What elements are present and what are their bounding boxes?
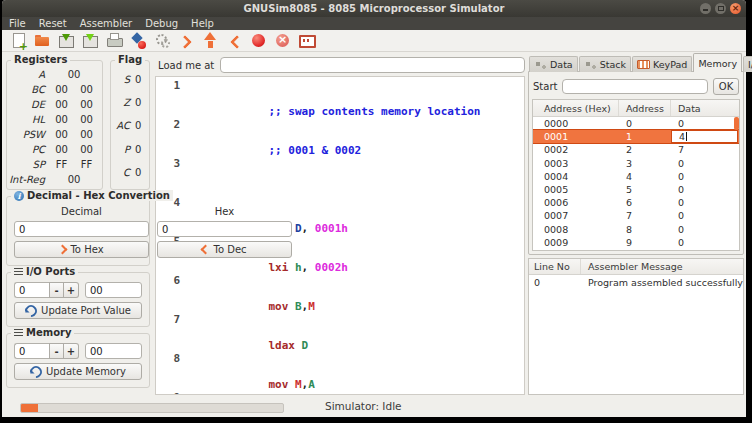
memory-table-row[interactable]: 0009 9 0 <box>533 236 739 249</box>
start-input[interactable] <box>562 79 708 94</box>
memory-cell-hex[interactable]: 0007 <box>533 210 619 221</box>
memory-cell-data[interactable]: 0 <box>671 118 739 129</box>
memory-cell-data[interactable]: 7 <box>671 144 739 155</box>
register-value-high[interactable]: 00 <box>55 99 68 110</box>
menu-reset[interactable]: Reset <box>39 18 67 29</box>
update-port-value-button[interactable]: Update Port Value <box>14 302 142 319</box>
column-header-message[interactable]: Assembler Message <box>581 261 743 272</box>
memory-cell-address[interactable]: 4 <box>619 171 671 182</box>
memory-cell-hex[interactable]: 0000 <box>533 118 619 129</box>
memory-cell-data[interactable]: 0 <box>671 171 739 182</box>
port-value-input[interactable] <box>85 282 142 298</box>
memory-increment-button[interactable]: + <box>64 343 79 359</box>
register-value-high[interactable]: 00 <box>55 144 68 155</box>
new-file-icon[interactable] <box>10 32 28 50</box>
register-value-high[interactable]: FF <box>56 159 68 170</box>
to-hex-button[interactable]: To Hex <box>14 241 149 258</box>
memory-cell-address[interactable]: 2 <box>619 144 671 155</box>
memory-cell-address[interactable]: 7 <box>619 210 671 221</box>
memory-cell-hex[interactable]: 0004 <box>533 171 619 182</box>
port-address-input[interactable] <box>14 282 49 298</box>
memory-cell-hex[interactable]: 0002 <box>533 144 619 155</box>
port-decrement-button[interactable]: - <box>49 282 64 298</box>
memory-cell-hex[interactable]: 0006 <box>533 197 619 208</box>
register-value-low[interactable]: 00 <box>80 144 93 155</box>
save-icon[interactable] <box>58 32 76 50</box>
memory-cell-data[interactable]: 0 <box>671 224 739 235</box>
update-memory-button[interactable]: Update Memory <box>14 363 142 380</box>
register-value-low[interactable]: 00 <box>80 99 93 110</box>
clear-breakpoint-icon[interactable] <box>274 32 292 50</box>
message-row[interactable]: 0 Program assembled successfully <box>529 275 743 290</box>
column-header-address[interactable]: Address <box>619 100 671 116</box>
port-increment-button[interactable]: + <box>64 282 79 298</box>
memory-cell-data[interactable]: 0 <box>671 237 739 248</box>
save-as-icon[interactable] <box>82 32 100 50</box>
memory-cell-address[interactable]: 6 <box>619 197 671 208</box>
to-dec-button[interactable]: To Dec <box>157 241 292 258</box>
memory-cell-data[interactable]: 0 <box>671 158 739 169</box>
register-value-high[interactable]: 00 <box>55 84 68 95</box>
memory-table-row[interactable]: 0004 4 0 <box>533 170 739 183</box>
memory-cell-address[interactable]: 1 <box>619 131 671 142</box>
flag-value[interactable]: 0 <box>135 167 141 178</box>
close-icon[interactable] <box>730 3 741 14</box>
memory-cell-hex[interactable]: 0003 <box>533 158 619 169</box>
assemble-icon[interactable] <box>130 32 148 50</box>
tab-stack[interactable]: Stack <box>579 56 631 72</box>
menu-help[interactable]: Help <box>191 18 214 29</box>
register-value-low[interactable]: 00 <box>80 84 93 95</box>
memory-cell-hex[interactable]: 0008 <box>533 224 619 235</box>
memory-cell-address[interactable]: 8 <box>619 224 671 235</box>
memory-table-row[interactable]: 0007 7 0 <box>533 209 739 222</box>
memory-cell-data[interactable]: 0 <box>671 197 739 208</box>
memory-cell-address[interactable]: 5 <box>619 184 671 195</box>
memory-table-row[interactable]: 0001 1 4 <box>533 130 739 143</box>
flag-value[interactable]: 0 <box>135 74 141 85</box>
breakpoint-icon[interactable] <box>250 32 268 50</box>
memory-cell-hex[interactable]: 0009 <box>533 237 619 248</box>
memory-cell-data[interactable]: 0 <box>671 210 739 221</box>
menu-assembler[interactable]: Assembler <box>80 18 133 29</box>
menu-file[interactable]: File <box>9 18 26 29</box>
memory-table-row[interactable]: 0008 8 0 <box>533 223 739 236</box>
flag-value[interactable]: 0 <box>135 120 141 131</box>
minimize-icon[interactable] <box>700 3 711 14</box>
maximize-icon[interactable] <box>715 3 726 14</box>
register-value-low[interactable]: FF <box>81 159 93 170</box>
memory-cell-data[interactable]: 0 <box>671 184 739 195</box>
flag-value[interactable]: 0 <box>135 144 141 155</box>
memory-cell-address[interactable]: 9 <box>619 237 671 248</box>
keypad-icon[interactable] <box>298 32 316 50</box>
decimal-input[interactable] <box>14 221 149 237</box>
tab-keypad[interactable]: KeyPad <box>632 56 692 72</box>
memory-cell-address[interactable]: 0 <box>619 118 671 129</box>
tab-memory[interactable]: Memory <box>693 53 742 72</box>
column-header-line-no[interactable]: Line No <box>529 259 581 274</box>
menu-debug[interactable]: Debug <box>145 18 178 29</box>
print-icon[interactable] <box>106 32 124 50</box>
memory-cell-hex[interactable]: 0001 <box>533 131 619 142</box>
column-header-data[interactable]: Data <box>671 103 739 114</box>
register-value-low[interactable]: 00 <box>80 129 93 140</box>
register-value-low[interactable]: 00 <box>80 114 93 125</box>
step-over-icon[interactable] <box>178 32 196 50</box>
run-icon[interactable] <box>202 32 220 50</box>
memory-cell-address[interactable]: 3 <box>619 158 671 169</box>
settings-gears-icon[interactable] <box>154 32 172 50</box>
step-back-icon[interactable] <box>226 32 244 50</box>
register-value-high[interactable]: 00 <box>68 174 81 185</box>
memory-decrement-button[interactable]: - <box>49 343 64 359</box>
register-value-high[interactable]: 00 <box>55 129 68 140</box>
register-value-high[interactable]: 00 <box>68 69 81 80</box>
load-me-at-input[interactable] <box>220 57 525 73</box>
column-header-address-hex[interactable]: Address (Hex) <box>533 100 619 116</box>
memory-table-scrollbar-thumb[interactable] <box>734 117 739 130</box>
hex-input[interactable] <box>157 221 292 237</box>
memory-table-row[interactable]: 0005 5 0 <box>533 183 739 196</box>
memory-table-row[interactable]: 0002 2 7 <box>533 143 739 156</box>
open-file-icon[interactable] <box>34 32 52 50</box>
memory-table-row[interactable]: 0003 3 0 <box>533 157 739 170</box>
memory-cell-data[interactable]: 4 <box>671 130 738 143</box>
ok-button[interactable]: OK <box>713 78 739 95</box>
